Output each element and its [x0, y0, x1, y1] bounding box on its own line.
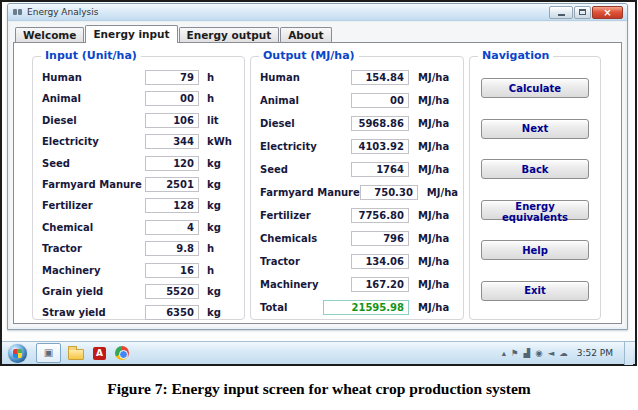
taskbar-clock[interactable]: 3:52 PM — [577, 348, 613, 358]
cloud-icon[interactable]: ☁ — [559, 348, 568, 358]
unit-label: h — [207, 265, 235, 276]
output-group-title: Output (MJ/ha) — [259, 49, 359, 62]
output-row: Machinery MJ/ha — [260, 277, 454, 292]
value-field[interactable] — [145, 91, 199, 106]
start-button[interactable] — [8, 344, 27, 363]
tab-strip: WelcomeEnergy inputEnergy outputAbout — [15, 25, 333, 42]
field-label: Animal — [260, 95, 351, 106]
show-desktop-button[interactable] — [624, 342, 633, 365]
unit-label: MJ/ha — [418, 256, 454, 267]
unit-label: kg — [207, 200, 235, 211]
input-row: Machinery h — [42, 263, 235, 278]
nav-button[interactable]: Energy equivalents — [481, 200, 589, 220]
tab[interactable]: Energy input — [85, 25, 177, 43]
field-label: Seed — [42, 158, 145, 169]
unit-label: MJ/ha — [418, 233, 454, 244]
output-row: Animal MJ/ha — [260, 93, 454, 108]
energy-analysis-taskbar-button[interactable]: ▣ — [36, 343, 61, 363]
navigation-group-title: Navigation — [478, 49, 553, 62]
value-field[interactable] — [351, 277, 409, 292]
value-field[interactable] — [145, 198, 199, 213]
volume-icon[interactable]: ◄ — [548, 348, 555, 358]
nav-button[interactable]: Calculate — [481, 78, 589, 98]
field-label: Straw yield — [42, 307, 145, 318]
unit-label: h — [207, 243, 235, 254]
value-field[interactable] — [145, 263, 199, 278]
unit-label: h — [207, 72, 235, 83]
total-row: Total MJ/ha — [260, 300, 454, 315]
input-row: Tractor h — [42, 241, 235, 256]
value-field[interactable] — [351, 116, 409, 131]
value-field[interactable] — [145, 177, 199, 192]
chrome-icon[interactable] — [115, 346, 129, 360]
figure-screenshot: Energy Analysis × WelcomeEnergy inputEne… — [0, 0, 637, 366]
value-field[interactable] — [145, 113, 199, 128]
unit-label: h — [207, 93, 235, 104]
value-field[interactable] — [145, 70, 199, 85]
close-icon: × — [603, 7, 611, 18]
field-label: Machinery — [260, 279, 351, 290]
value-field[interactable] — [145, 134, 199, 149]
output-row: Chemicals MJ/ha — [260, 231, 454, 246]
input-groupbox: Input (Unit/ha) Human h Animal h — [32, 56, 245, 320]
nav-button[interactable]: Back — [481, 159, 589, 179]
tab[interactable]: Energy output — [179, 27, 280, 42]
unit-label: MJ/ha — [418, 72, 454, 83]
output-row: Fertilizer MJ/ha — [260, 208, 454, 223]
figure-caption: Figure 7: Energy input screen for wheat … — [0, 368, 638, 410]
value-field[interactable] — [145, 220, 199, 235]
input-row: Human h — [42, 70, 235, 85]
maximize-icon — [579, 9, 586, 15]
field-label: Tractor — [42, 243, 145, 254]
nav-button[interactable]: Help — [481, 240, 589, 260]
output-row: Diesel MJ/ha — [260, 116, 454, 131]
field-label: Diesel — [42, 115, 145, 126]
minimize-icon — [558, 14, 565, 16]
minimize-button[interactable] — [549, 6, 573, 19]
value-field[interactable] — [145, 284, 199, 299]
value-field[interactable] — [351, 70, 409, 85]
value-field[interactable] — [351, 93, 409, 108]
input-group-title: Input (Unit/ha) — [41, 49, 141, 62]
value-field[interactable] — [145, 241, 199, 256]
field-label: Human — [260, 72, 351, 83]
show-hidden-icons-icon[interactable]: ▴ — [502, 348, 506, 358]
field-label: Electricity — [260, 141, 351, 152]
output-row: Tractor MJ/ha — [260, 254, 454, 269]
input-rows: Human h Animal h Diesel lit — [33, 57, 244, 320]
value-field[interactable] — [351, 231, 409, 246]
total-field[interactable] — [323, 300, 409, 315]
value-field[interactable] — [351, 254, 409, 269]
windows-explorer-icon[interactable] — [68, 349, 84, 360]
app-icon — [12, 7, 23, 17]
flag-icon[interactable]: ⚑ — [511, 348, 519, 358]
field-label: Farmyard Manure — [42, 179, 145, 190]
value-field[interactable] — [351, 208, 409, 223]
value-field[interactable] — [360, 185, 418, 200]
input-row: Straw yield kg — [42, 305, 235, 320]
field-label: Machinery — [42, 265, 145, 276]
value-field[interactable] — [145, 156, 199, 171]
update-icon[interactable]: ◉ — [535, 348, 542, 358]
adobe-reader-icon[interactable]: A — [93, 347, 106, 360]
nav-button[interactable]: Exit — [481, 281, 589, 301]
window-title: Energy Analysis — [27, 7, 98, 17]
output-row: Human MJ/ha — [260, 70, 454, 85]
navigation-buttons: CalculateNextBackEnergy equivalentsHelpE… — [470, 57, 600, 301]
input-row: Animal h — [42, 91, 235, 106]
value-field[interactable] — [351, 162, 409, 177]
nav-button[interactable]: Next — [481, 119, 589, 139]
title-bar[interactable]: Energy Analysis × — [8, 4, 627, 21]
unit-label: kg — [207, 307, 235, 318]
tab[interactable]: About — [280, 27, 331, 42]
close-button[interactable]: × — [592, 6, 623, 19]
field-label: Animal — [42, 93, 145, 104]
field-label: Diesel — [260, 118, 351, 129]
tab[interactable]: Welcome — [15, 27, 84, 42]
value-field[interactable] — [145, 305, 199, 320]
input-row: Diesel lit — [42, 113, 235, 128]
maximize-button[interactable] — [574, 6, 591, 19]
taskbar: ▣ A ▴ ⚑ ▟ ◉ ◄ ☁ 3:52 PM — [2, 341, 635, 364]
network-icon[interactable]: ▟ — [524, 348, 531, 358]
value-field[interactable] — [351, 139, 409, 154]
